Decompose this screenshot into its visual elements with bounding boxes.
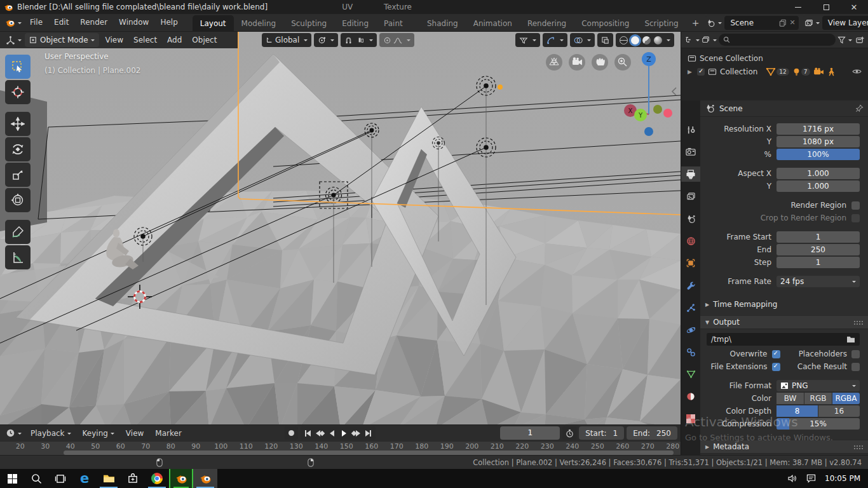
next-keyframe-button[interactable] <box>350 427 362 439</box>
edge-button[interactable]: e <box>72 469 97 488</box>
tab-scene[interactable] <box>681 211 700 226</box>
shading-mode-group[interactable] <box>616 33 674 47</box>
chrome-button[interactable] <box>145 469 169 488</box>
color-mode-option[interactable]: RGB <box>804 393 832 404</box>
orientation-dropdown[interactable]: Global <box>262 33 311 47</box>
close-button[interactable]: ✕ <box>840 0 868 14</box>
minimize-button[interactable] <box>784 0 812 14</box>
menu-item[interactable]: Render <box>74 14 113 31</box>
start-button[interactable] <box>0 469 24 488</box>
viewport-menu-item[interactable]: View <box>100 36 128 44</box>
view-menu[interactable]: View <box>120 429 149 438</box>
xray-toggle[interactable] <box>597 33 613 47</box>
timeline-editor-icon[interactable] <box>4 428 24 438</box>
unlink-scene-icon[interactable]: ✕ <box>789 18 795 27</box>
volume-icon[interactable] <box>787 474 797 483</box>
color-mode-option[interactable]: RGBA <box>832 393 860 404</box>
blender-menu-icon[interactable] <box>3 18 24 28</box>
compression-slider[interactable]: 15% <box>776 418 860 430</box>
cache-result-checkbox[interactable] <box>851 363 860 371</box>
viewport-menu-item[interactable]: Add <box>162 36 187 44</box>
workspace-tab[interactable]: Shading <box>419 15 466 32</box>
file-format-dropdown[interactable]: PNG <box>776 380 860 391</box>
store-button[interactable] <box>121 469 145 488</box>
workspace-tab[interactable]: Sculpting <box>283 15 334 32</box>
render-region-checkbox[interactable] <box>851 201 860 210</box>
search-button[interactable] <box>24 469 48 488</box>
jump-to-end-button[interactable] <box>362 427 374 439</box>
measure-tool[interactable] <box>5 245 31 269</box>
tab-texture[interactable] <box>681 411 700 426</box>
new-scene-icon[interactable] <box>779 19 787 27</box>
keying-menu[interactable]: Keying <box>77 429 120 438</box>
tab-physics[interactable] <box>681 322 700 337</box>
frame-end-field[interactable]: 250 <box>776 244 860 255</box>
blender-taskbar-button-1[interactable] <box>169 469 193 488</box>
start-frame-field[interactable]: Start:1 <box>579 426 624 440</box>
metadata-section-header[interactable]: ▶Metadata <box>700 440 868 454</box>
resolution-x-field[interactable]: 1716 px <box>776 123 860 135</box>
workspace-tab[interactable]: UV Editing <box>334 0 376 32</box>
visibility-eye-icon[interactable] <box>852 68 862 75</box>
pivot-dropdown[interactable] <box>314 33 338 47</box>
playback-menu[interactable]: Playback <box>25 429 77 438</box>
output-path-field[interactable]: /tmp\ <box>707 333 860 346</box>
select-box-tool[interactable] <box>5 55 31 79</box>
taskbar-clock[interactable]: 10:05 PM <box>825 474 860 483</box>
pin-icon[interactable] <box>855 104 864 112</box>
aspect-y-field[interactable]: 1.000 <box>776 180 860 192</box>
workspace-tab[interactable]: Animation <box>466 15 520 32</box>
cursor-tool[interactable] <box>5 80 31 104</box>
scene-collection-row[interactable]: Scene Collection <box>681 51 868 65</box>
3d-viewport[interactable]: Z X Y Object Mode <box>0 32 681 424</box>
wireframe-shading-icon[interactable] <box>620 36 628 44</box>
file-explorer-button[interactable] <box>97 469 121 488</box>
tab-constraints[interactable] <box>681 344 700 360</box>
view-layer-icon[interactable] <box>803 16 822 30</box>
object-visibility-dropdown[interactable] <box>515 33 540 47</box>
jump-to-start-button[interactable] <box>302 427 314 439</box>
tab-render[interactable] <box>681 144 700 159</box>
color-depth-option[interactable]: 8 <box>776 405 818 417</box>
mode-dropdown[interactable]: Object Mode <box>25 33 99 47</box>
filter-icon[interactable] <box>837 36 852 44</box>
workspace-tab[interactable]: Rendering <box>520 15 574 32</box>
action-center-icon[interactable] <box>806 474 816 483</box>
view-layer-name-field[interactable]: View Layer ✕ <box>822 16 868 30</box>
placeholders-checkbox[interactable] <box>851 350 860 358</box>
task-view-button[interactable] <box>48 469 72 488</box>
folder-icon[interactable] <box>846 336 855 343</box>
collection-row[interactable]: ▶ Collection 12 7 <box>681 65 868 78</box>
tab-material[interactable] <box>681 389 700 404</box>
color-mode-option[interactable]: BW <box>776 393 804 404</box>
frame-rate-dropdown[interactable]: 24 fps <box>776 276 860 287</box>
overlays-toggle-dropdown[interactable] <box>570 33 595 47</box>
maximize-button[interactable] <box>812 0 840 14</box>
blender-taskbar-button-2[interactable] <box>193 469 217 488</box>
aspect-x-field[interactable]: 1.000 <box>776 168 860 179</box>
transform-tool[interactable] <box>5 188 31 212</box>
current-frame-field[interactable]: 1 <box>500 426 560 440</box>
outliner-search-input[interactable] <box>719 34 836 46</box>
rendered-shading-icon[interactable] <box>654 36 662 44</box>
workspace-tab[interactable]: Layout <box>193 15 234 32</box>
output-section-header[interactable]: ▼Output <box>700 315 868 329</box>
viewport-menu-item[interactable]: Object <box>187 36 222 44</box>
editor-type-icon[interactable] <box>4 36 24 45</box>
tab-tool[interactable] <box>681 122 700 137</box>
scale-tool[interactable] <box>5 163 31 187</box>
end-frame-field[interactable]: End:250 <box>627 426 677 440</box>
move-tool[interactable] <box>5 112 31 136</box>
menu-item[interactable]: File <box>24 14 48 31</box>
tab-object[interactable] <box>681 255 700 271</box>
snap-widget[interactable] <box>341 33 377 47</box>
tab-modifiers[interactable] <box>681 278 700 293</box>
material-shading-icon[interactable] <box>642 36 651 44</box>
menu-item[interactable]: Edit <box>48 14 74 31</box>
tab-world[interactable] <box>681 233 700 248</box>
play-reverse-button[interactable] <box>326 427 338 439</box>
annotate-tool[interactable] <box>5 220 31 244</box>
outliner-display-mode-icon[interactable] <box>702 36 717 44</box>
scene-icon[interactable] <box>705 16 724 30</box>
file-extensions-checkbox[interactable] <box>772 363 780 371</box>
